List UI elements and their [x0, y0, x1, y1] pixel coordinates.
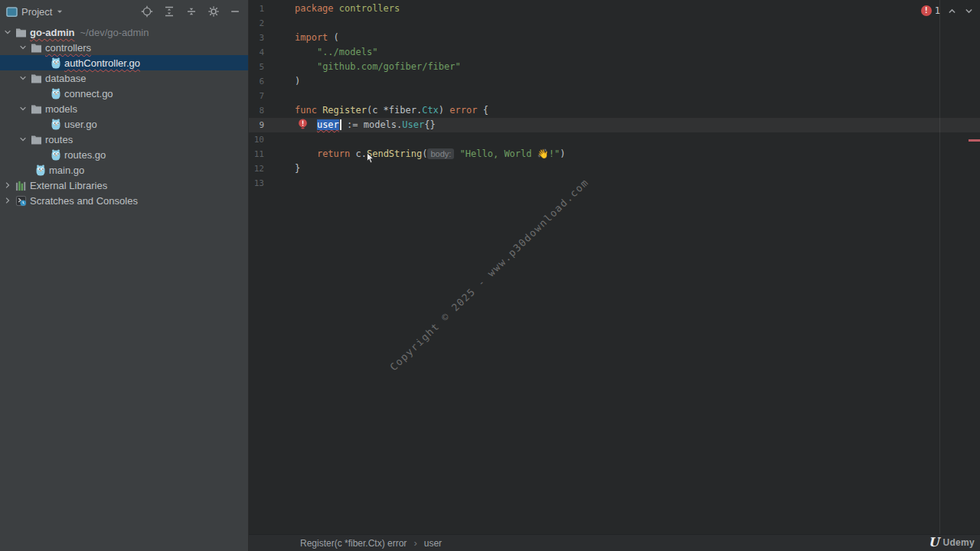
code-token: User — [402, 119, 424, 130]
chevron-right-icon[interactable] — [3, 196, 12, 205]
code-line[interactable]: 4 "../models" — [249, 45, 980, 60]
code-token — [295, 47, 317, 57]
code-token: ) — [295, 76, 300, 86]
folder-icon — [31, 104, 42, 114]
next-error-icon[interactable] — [964, 6, 974, 16]
code-token: Ctx — [422, 105, 439, 116]
code-line[interactable]: 2 — [249, 16, 980, 31]
code-text — [264, 89, 295, 103]
chevron-down-icon[interactable] — [18, 73, 28, 83]
line-number[interactable]: 10 — [249, 132, 264, 147]
code-text — [264, 132, 295, 147]
udemy-logo-icon: U — [929, 536, 939, 549]
code-token: func — [295, 105, 322, 116]
chevron-down-icon[interactable] — [18, 104, 28, 113]
line-number[interactable]: 3 — [249, 31, 264, 45]
tree-item-path: ~/dev/go-admin — [80, 27, 149, 38]
ide-window: Project g — [0, 0, 980, 551]
tree-item-authcontroller-go[interactable]: authController.go — [0, 55, 248, 70]
tree-item-user-go[interactable]: user.go — [0, 116, 248, 132]
tree-item-models[interactable]: models — [0, 101, 248, 116]
code-token: { — [477, 105, 488, 116]
code-line[interactable]: 13 — [249, 176, 980, 191]
locate-file-icon[interactable] — [141, 5, 153, 18]
tree-item-external-libraries[interactable]: External Libraries — [0, 178, 248, 193]
chevron-down-icon[interactable] — [3, 28, 12, 37]
tree-item-controllers[interactable]: controllers — [0, 40, 248, 55]
settings-gear-icon[interactable] — [207, 5, 220, 18]
tree-item-routes[interactable]: routes — [0, 132, 248, 147]
code-token: ) — [439, 105, 449, 116]
code-token: "github.com/gofiber/fiber" — [317, 61, 461, 72]
code-line[interactable]: 12} — [249, 161, 980, 176]
code-token: ( — [328, 32, 338, 43]
code-token — [295, 148, 317, 159]
code-token: c. — [350, 148, 367, 159]
error-bulb-icon[interactable] — [298, 119, 308, 130]
line-number[interactable]: 13 — [249, 176, 264, 191]
code-line[interactable]: 3import ( — [249, 31, 980, 45]
chevron-down-icon[interactable] — [18, 43, 28, 52]
breadcrumb-separator: › — [413, 537, 416, 549]
line-number[interactable]: 12 — [249, 161, 264, 176]
parameter-hint: body: — [427, 148, 454, 159]
tree-item-label: user.go — [64, 119, 97, 130]
tree-item-main-go[interactable]: main.go — [0, 162, 248, 178]
collapse-all-icon[interactable] — [185, 5, 198, 18]
line-number[interactable]: 8 — [249, 103, 264, 118]
tree-item-connect-go[interactable]: connect.go — [0, 86, 248, 101]
tree-item-label: controllers — [45, 42, 91, 54]
code-line[interactable]: 1package controllers — [249, 2, 980, 16]
line-number[interactable]: 7 — [249, 89, 264, 103]
prev-error-icon[interactable] — [947, 6, 957, 16]
project-panel-header: Project — [0, 0, 248, 23]
line-number[interactable]: 1 — [249, 2, 264, 16]
line-number[interactable]: 9 — [249, 118, 264, 132]
code-text: "github.com/gofiber/fiber" — [264, 60, 461, 74]
breadcrumb-element[interactable]: user — [424, 538, 442, 549]
panel-toolbar — [141, 5, 240, 18]
tree-item-scratches-and-consoles[interactable]: Scratches and Consoles — [0, 193, 248, 208]
panel-title[interactable]: Project — [21, 6, 52, 18]
code-line[interactable]: 9 user := models.User{} — [249, 118, 980, 132]
scratch-icon — [15, 195, 27, 207]
code-token: "../models" — [317, 47, 377, 57]
tree-item-routes-go[interactable]: routes.go — [0, 147, 248, 162]
code-token: := models. — [341, 119, 402, 130]
code-line[interactable]: 10 — [249, 132, 980, 147]
chevron-down-icon[interactable] — [18, 135, 28, 144]
tree-item-label: Scratches and Consoles — [30, 195, 138, 207]
go-icon — [51, 88, 61, 99]
project-tool-icon[interactable] — [6, 6, 18, 18]
code-token: (c *fiber. — [367, 105, 422, 116]
line-number[interactable]: 5 — [249, 60, 264, 74]
breadcrumbs-bar: Register(c *fiber.Ctx) error › user — [249, 534, 980, 551]
tree-item-database[interactable]: database — [0, 70, 248, 86]
code-line[interactable]: 8func Register(c *fiber.Ctx) error { — [249, 103, 980, 118]
chevron-right-icon[interactable] — [3, 181, 12, 190]
code-token: package — [295, 3, 339, 14]
line-number[interactable]: 4 — [249, 45, 264, 60]
tree-item-label: database — [45, 73, 87, 84]
tree-item-label: External Libraries — [30, 180, 107, 191]
code-text: package controllers — [264, 2, 400, 16]
expand-all-icon[interactable] — [163, 5, 175, 18]
code-editor[interactable]: 1package controllers23import (4 "../mode… — [249, 0, 980, 534]
line-number[interactable]: 11 — [249, 147, 264, 161]
code-text: user := models.User{} — [264, 118, 436, 132]
breadcrumb-function[interactable]: Register(c *fiber.Ctx) error — [300, 538, 407, 549]
tree-item-go-admin[interactable]: go-admin~/dev/go-admin — [0, 24, 248, 40]
error-stripe-mark[interactable] — [969, 139, 980, 142]
line-number[interactable]: 6 — [249, 74, 264, 89]
line-number[interactable]: 2 — [249, 16, 264, 31]
code-line[interactable]: 11 return c.SendString(body: "Hello, Wor… — [249, 147, 980, 161]
tree-item-label: authController.go — [64, 57, 140, 69]
code-text: import ( — [264, 31, 339, 45]
code-line[interactable]: 7 — [249, 89, 980, 103]
folder-icon — [15, 28, 27, 37]
code-line[interactable]: 6) — [249, 74, 980, 89]
error-badge-icon[interactable]: ! — [921, 5, 932, 16]
panel-title-chevron-down-icon[interactable] — [56, 8, 64, 15]
hide-panel-icon[interactable] — [230, 6, 240, 17]
code-line[interactable]: 5 "github.com/gofiber/fiber" — [249, 60, 980, 74]
